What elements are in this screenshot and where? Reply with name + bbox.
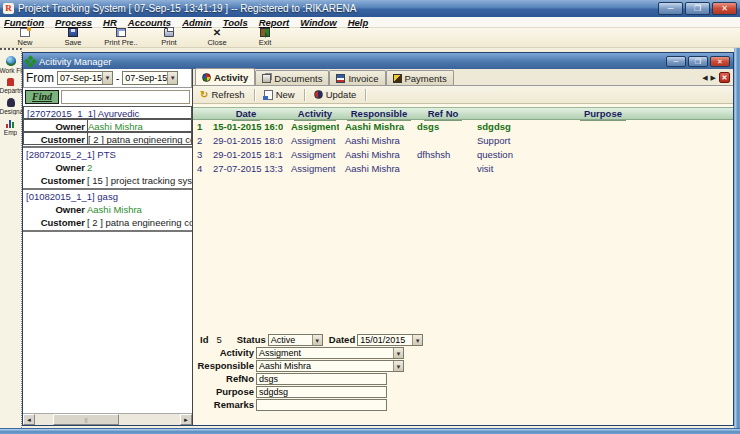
project-group[interactable]: [01082015_1_1] gasg Owner Aashi Mishra C… bbox=[23, 190, 192, 232]
tab-scroll-right-icon[interactable]: ▶ bbox=[711, 74, 716, 82]
tab-documents[interactable]: Documents bbox=[255, 70, 329, 85]
toolbar-separator bbox=[254, 89, 255, 101]
restore-button[interactable]: ❐ bbox=[685, 2, 710, 15]
purpose-label: Purpose bbox=[193, 386, 256, 397]
table-row[interactable]: 3 29-01-2015 18:15:30 Assigment Aashi Mi… bbox=[193, 148, 733, 162]
project-title[interactable]: [01082015_1_1] gasg bbox=[23, 190, 192, 203]
save-button[interactable]: Save bbox=[56, 28, 90, 47]
customer-value: [ 15 ] project tracking system bbox=[87, 174, 192, 187]
chevron-down-icon[interactable]: ▼ bbox=[312, 335, 322, 345]
to-date-combo[interactable]: 07-Sep-15 ▼ bbox=[122, 71, 178, 85]
project-list-panel: From 07-Sep-15 ▼ - 07-Sep-15 ▼ Find bbox=[23, 69, 193, 425]
menu-process[interactable]: Process bbox=[55, 17, 92, 28]
menu-function[interactable]: Function bbox=[4, 17, 44, 28]
project-group-selected[interactable]: [27072015_1_1] Ayurvedic Owner Aashi Mis… bbox=[23, 106, 192, 148]
remarks-field[interactable] bbox=[256, 399, 387, 411]
chevron-down-icon[interactable]: ▼ bbox=[412, 335, 422, 345]
table-row[interactable]: 2 29-01-2015 18:08:17 Assigment Aashi Mi… bbox=[193, 134, 733, 148]
close-button[interactable]: ✕ bbox=[712, 2, 737, 15]
scroll-left-arrow[interactable]: ◄ bbox=[23, 414, 35, 425]
printer-icon bbox=[164, 28, 174, 37]
invoice-icon bbox=[336, 74, 345, 83]
find-button[interactable]: Find bbox=[25, 90, 59, 104]
tab-payments[interactable]: Payments bbox=[386, 70, 454, 85]
scroll-right-arrow[interactable]: ► bbox=[180, 414, 192, 425]
sidebar-item-workflow[interactable]: Work Flow bbox=[0, 56, 22, 74]
search-input[interactable] bbox=[61, 90, 190, 104]
refno-field[interactable] bbox=[256, 373, 387, 385]
date-header[interactable]: Date bbox=[209, 108, 283, 119]
customer-value: [ 2 ] patna engineering college bbox=[88, 133, 192, 144]
chevron-down-icon[interactable]: ▼ bbox=[167, 72, 177, 84]
id-value: 5 bbox=[216, 334, 221, 345]
refno-label: RefNo bbox=[193, 373, 256, 384]
activity-manager-icon bbox=[24, 55, 37, 68]
activity-header[interactable]: Activity bbox=[283, 108, 339, 119]
horizontal-scrollbar[interactable]: ◄ ► bbox=[23, 413, 192, 425]
new-page-icon bbox=[264, 90, 273, 100]
chevron-down-icon[interactable]: ▼ bbox=[393, 361, 403, 371]
child-window-title: Acitivity Manager bbox=[39, 56, 666, 67]
form-row-purpose: Purpose bbox=[193, 385, 428, 398]
purpose-header[interactable]: Purpose bbox=[473, 108, 733, 119]
form-row-responsible: Responsible Aashi Mishra ▼ bbox=[193, 359, 428, 372]
menu-hr[interactable]: HR bbox=[103, 17, 117, 28]
child-minimize-button[interactable]: ─ bbox=[666, 56, 686, 67]
form-row-remarks: Remarks bbox=[193, 398, 428, 411]
close-window-button[interactable]: ✕ Close bbox=[200, 28, 234, 47]
dated-combo[interactable]: 15/01/2015 ▼ bbox=[357, 334, 423, 346]
toolbar-separator bbox=[365, 89, 366, 101]
scrollbar-thumb[interactable] bbox=[53, 414, 119, 425]
menu-window[interactable]: Window bbox=[300, 17, 336, 28]
chevron-down-icon[interactable]: ▼ bbox=[102, 72, 112, 84]
date-filter-row: From 07-Sep-15 ▼ - 07-Sep-15 ▼ bbox=[23, 69, 192, 88]
main-toolbar: New Save Print Pre.. Print ✕ Close Exit bbox=[0, 28, 740, 48]
new-activity-button[interactable]: New bbox=[261, 88, 298, 101]
dated-label: Dated bbox=[329, 334, 355, 345]
sidebar-item-emp[interactable]: Emp bbox=[0, 119, 22, 136]
activity-manager-window: Acitivity Manager ─ ❐ ✕ From 07-Sep-15 ▼ bbox=[22, 52, 734, 426]
project-group[interactable]: [28072015_2_1] PTS Owner 2 Customer [ 15… bbox=[23, 148, 192, 190]
sidebar-item-department[interactable]: Departm... bbox=[0, 78, 22, 94]
activity-panel: Activity Documents Invoice Payments bbox=[193, 69, 733, 425]
project-title[interactable]: [27072015_1_1] Ayurvedic bbox=[23, 106, 192, 119]
table-row[interactable]: 4 27-07-2015 13:38:09 Assigment Aashi Mi… bbox=[193, 162, 733, 176]
minimize-button[interactable]: ─ bbox=[658, 2, 683, 15]
refno-header[interactable]: Ref No bbox=[413, 108, 473, 119]
exit-button[interactable]: Exit bbox=[248, 28, 282, 47]
purpose-field[interactable] bbox=[256, 386, 387, 398]
documents-icon bbox=[262, 74, 271, 83]
sidebar-item-designation[interactable]: Designati... bbox=[0, 98, 22, 115]
form-row-id-status-dated: Id 5 Status Active ▼ Dated 15/01/2015 ▼ bbox=[193, 333, 428, 346]
menu-admin[interactable]: Admin bbox=[182, 17, 212, 28]
new-button[interactable]: New bbox=[8, 28, 42, 47]
refresh-button[interactable]: ↻ Refresh bbox=[197, 88, 248, 101]
chevron-down-icon[interactable]: ▼ bbox=[393, 348, 403, 358]
update-button[interactable]: Update bbox=[311, 88, 360, 101]
menu-report[interactable]: Report bbox=[259, 17, 290, 28]
scrollbar-track[interactable] bbox=[35, 414, 180, 425]
status-combo[interactable]: Active ▼ bbox=[268, 334, 323, 346]
project-owner-row: Owner 2 bbox=[23, 161, 192, 174]
print-preview-button[interactable]: Print Pre.. bbox=[104, 28, 138, 47]
update-icon bbox=[314, 90, 323, 99]
project-title[interactable]: [28072015_2_1] PTS bbox=[23, 148, 192, 161]
menu-accounts[interactable]: Accounts bbox=[128, 17, 171, 28]
responsible-combo[interactable]: Aashi Mishra ▼ bbox=[256, 360, 404, 372]
responsible-header[interactable]: Responsible bbox=[339, 108, 413, 119]
tab-scroll-left-icon[interactable]: ◀ bbox=[702, 74, 707, 82]
tab-invoice[interactable]: Invoice bbox=[329, 70, 385, 85]
child-restore-button[interactable]: ❐ bbox=[688, 56, 708, 67]
from-date-combo[interactable]: 07-Sep-15 ▼ bbox=[57, 71, 113, 85]
tab-close-button[interactable]: ✕ bbox=[719, 72, 730, 83]
window-title: Project Tracking System [ 07-Sep-15 13:4… bbox=[18, 3, 658, 14]
tab-activity[interactable]: Activity bbox=[195, 68, 255, 85]
table-row[interactable]: 1 15-01-2015 16:01:00 Assigment Aashi Mi… bbox=[193, 120, 733, 134]
child-close-button[interactable]: ✕ bbox=[710, 56, 730, 67]
menu-help[interactable]: Help bbox=[348, 17, 369, 28]
activity-combo[interactable]: Assigment ▼ bbox=[256, 347, 404, 359]
menu-tools[interactable]: Tools bbox=[223, 17, 248, 28]
tabstrip: Activity Documents Invoice Payments bbox=[193, 69, 733, 86]
save-floppy-icon bbox=[68, 28, 78, 37]
print-button[interactable]: Print bbox=[152, 28, 186, 47]
